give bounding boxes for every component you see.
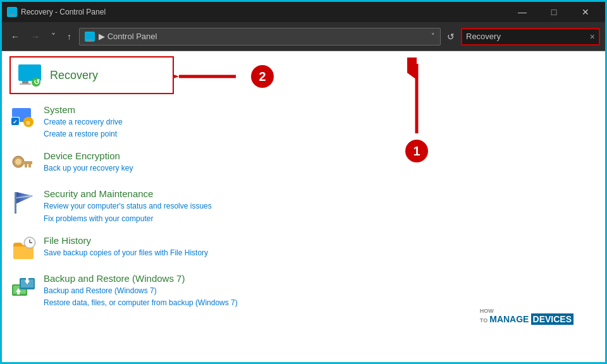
system-content: System Create a recovery drive Create a … xyxy=(44,104,123,140)
annotation-arrow-2: 2 xyxy=(173,65,274,88)
title-bar: Recovery - Control Panel — □ ✕ xyxy=(2,2,605,22)
file-history-content: File History Save backup copies of your … xyxy=(44,235,208,259)
address-icon xyxy=(85,32,95,42)
system-title: System xyxy=(44,104,123,115)
address-path: ▶ Control Panel xyxy=(99,32,427,41)
window-controls: — □ ✕ xyxy=(508,2,600,22)
svg-rect-0 xyxy=(8,8,16,14)
watermark-devices: DEVICES xyxy=(531,313,573,325)
security-link-0[interactable]: Review your computer's status and resolv… xyxy=(44,200,212,212)
search-clear-button[interactable]: × xyxy=(590,32,595,42)
security-icon xyxy=(9,188,37,216)
close-button[interactable]: ✕ xyxy=(571,2,600,22)
file-history-icon xyxy=(9,235,37,263)
address-dropdown-button[interactable]: ˅ xyxy=(431,32,435,40)
system-link-1[interactable]: Create a restore point xyxy=(44,128,123,140)
list-item-device-encryption: Device Encryption Back up your recovery … xyxy=(9,147,598,182)
svg-rect-2 xyxy=(9,15,15,16)
address-box[interactable]: ▶ Control Panel ˅ xyxy=(79,28,441,46)
watermark-to: TO xyxy=(480,317,487,324)
svg-rect-4 xyxy=(89,39,91,40)
system-link-0[interactable]: Create a recovery drive xyxy=(44,116,123,128)
backup-restore-link-1[interactable]: Restore data, files, or computer from ba… xyxy=(44,297,238,309)
backup-restore-content: Backup and Restore (Windows 7) Backup an… xyxy=(44,273,238,309)
backup-restore-title: Backup and Restore (Windows 7) xyxy=(44,273,238,284)
up-button[interactable]: ↑ xyxy=(63,29,75,44)
window-icon xyxy=(7,7,17,17)
watermark: HOW TO MANAGE DEVICES xyxy=(480,306,573,324)
svg-rect-3 xyxy=(85,33,94,39)
search-box[interactable]: Recovery × xyxy=(461,28,600,46)
window: Recovery - Control Panel — □ ✕ ← → ˅ ↑ ▶… xyxy=(0,0,607,364)
watermark-how: HOW xyxy=(480,308,494,314)
svg-rect-24 xyxy=(28,164,31,167)
minimize-button[interactable]: — xyxy=(508,2,537,22)
svg-text:✓: ✓ xyxy=(13,119,18,125)
backup-restore-link-0[interactable]: Backup and Restore (Windows 7) xyxy=(44,285,238,297)
list-item-security: Security and Maintenance Review your com… xyxy=(9,185,598,228)
svg-text:⊞: ⊞ xyxy=(26,120,30,126)
watermark-manage: MANAGE xyxy=(489,314,529,324)
security-content: Security and Maintenance Review your com… xyxy=(44,188,212,224)
svg-rect-1 xyxy=(11,14,13,15)
file-history-link-0[interactable]: Save backup copies of your files with Fi… xyxy=(44,247,208,259)
content-area: ↺ Recovery 2 xyxy=(2,51,605,362)
recovery-icon: ↺ xyxy=(16,61,44,89)
dropdown-button[interactable]: ˅ xyxy=(47,29,59,44)
recovery-header-item[interactable]: ↺ Recovery xyxy=(9,56,174,94)
forward-button[interactable]: → xyxy=(27,29,44,44)
svg-rect-25 xyxy=(25,164,27,167)
recovery-title: Recovery xyxy=(50,69,98,82)
device-encryption-icon xyxy=(9,150,37,178)
svg-text:↺: ↺ xyxy=(34,78,40,87)
svg-rect-7 xyxy=(22,81,28,83)
device-encryption-title: Device Encryption xyxy=(44,150,133,161)
address-bar: ← → ˅ ↑ ▶ Control Panel ˅ ↺ Recovery × xyxy=(2,22,605,51)
svg-point-22 xyxy=(15,159,21,165)
back-button[interactable]: ← xyxy=(7,29,23,44)
svg-rect-8 xyxy=(20,83,31,85)
security-link-1[interactable]: Fix problems with your computer xyxy=(44,213,212,225)
system-icon: ✓ ⊞ xyxy=(9,104,37,132)
annotation-badge-2: 2 xyxy=(251,65,274,88)
maximize-button[interactable]: □ xyxy=(539,2,568,22)
file-history-title: File History xyxy=(44,235,208,246)
search-value: Recovery xyxy=(466,32,587,41)
svg-rect-5 xyxy=(87,40,92,41)
device-encryption-link-0[interactable]: Back up your recovery key xyxy=(44,162,133,174)
list-item-file-history: File History Save backup copies of your … xyxy=(9,231,598,267)
device-encryption-content: Device Encryption Back up your recovery … xyxy=(44,150,133,174)
backup-restore-icon xyxy=(9,273,37,301)
refresh-button[interactable]: ↺ xyxy=(445,30,457,43)
window-title: Recovery - Control Panel xyxy=(21,8,508,16)
list-item-system: ✓ ⊞ System Create a recovery drive Creat… xyxy=(9,100,598,144)
svg-rect-26 xyxy=(15,192,16,214)
svg-rect-23 xyxy=(22,161,32,164)
security-title: Security and Maintenance xyxy=(44,188,212,199)
